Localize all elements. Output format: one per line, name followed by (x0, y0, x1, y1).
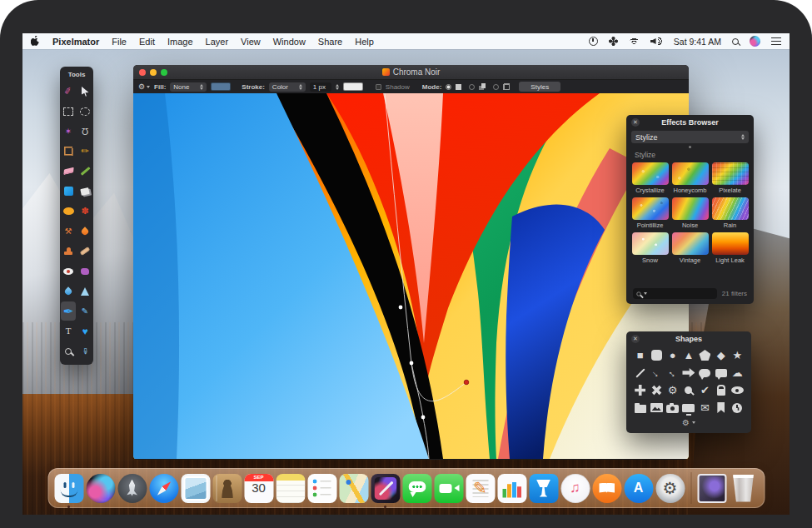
picture-shape[interactable] (648, 400, 664, 416)
volume-icon[interactable] (650, 37, 663, 46)
effect-item[interactable]: Crystallize (632, 162, 669, 194)
menu-item[interactable]: Share (318, 37, 342, 47)
effect-thumbnail[interactable] (672, 232, 709, 255)
menu-item[interactable]: Edit (139, 37, 155, 47)
stroke-width-stepper[interactable] (336, 84, 339, 90)
pentagon-shape[interactable] (697, 347, 713, 363)
bookmark-shape[interactable] (713, 400, 729, 416)
menu-item[interactable]: Help (355, 37, 374, 47)
effect-item[interactable]: Rain (712, 197, 749, 229)
appstore-app[interactable]: A (624, 474, 653, 503)
magic-wand-tool[interactable]: ✶ (60, 122, 77, 141)
trash[interactable] (729, 474, 758, 503)
effect-item[interactable]: Light Leak (712, 232, 749, 264)
circle-shape[interactable]: ● (665, 347, 680, 363)
effect-thumbnail[interactable] (712, 162, 749, 185)
lock-shape[interactable] (713, 382, 729, 398)
envelope-shape[interactable]: ✉ (697, 400, 713, 416)
cross-shape[interactable] (648, 382, 664, 398)
effect-item[interactable]: Noise (672, 197, 709, 229)
canvas-area[interactable] (133, 93, 689, 459)
maps-app[interactable] (339, 474, 368, 503)
square-shape[interactable]: ■ (632, 347, 648, 363)
gear-icon[interactable]: ⚙ (682, 418, 690, 427)
spotlight-search-icon[interactable] (732, 38, 739, 45)
zoom-tool[interactable] (60, 341, 77, 361)
notes-app[interactable] (276, 474, 305, 503)
mode-radio-fill[interactable] (446, 84, 451, 90)
swatches-tool[interactable] (77, 182, 93, 201)
launchpad-app[interactable] (117, 474, 147, 503)
diamond-shape[interactable]: ◆ (713, 347, 729, 363)
effect-thumbnail[interactable] (632, 232, 669, 255)
pencil-tool[interactable]: ✏ (77, 142, 93, 161)
effect-thumbnail[interactable] (672, 197, 709, 220)
system-preferences-app[interactable]: ⚙ (655, 474, 685, 503)
reminders-app[interactable] (307, 474, 336, 503)
panel-disclosure-dot[interactable] (689, 146, 691, 148)
effect-thumbnail[interactable] (632, 162, 669, 185)
eyedropper-tool[interactable]: ✑ (77, 341, 93, 361)
effect-item[interactable]: Vintage (672, 232, 709, 264)
keynote-app[interactable] (529, 474, 558, 503)
folder-shape[interactable] (632, 400, 648, 416)
menu-item[interactable]: Window (273, 37, 306, 47)
freeform-pen-tool[interactable]: ✎ (77, 301, 93, 321)
window-titlebar[interactable]: Chroma Noir (133, 65, 689, 80)
clone-stamp-tool[interactable] (60, 242, 77, 261)
red-eye-tool[interactable] (60, 262, 77, 281)
menu-item[interactable]: Layer (206, 37, 229, 47)
siri-icon[interactable] (750, 36, 760, 47)
square-speech-bubble-shape[interactable] (713, 365, 729, 381)
active-app-menu[interactable]: Pixelmator (52, 37, 99, 47)
fill-dropdown[interactable]: None (170, 82, 207, 92)
paint-brush-tool[interactable]: ✽ (77, 202, 93, 221)
siri-app[interactable] (86, 474, 115, 503)
checkmark-shape[interactable]: ✔ (697, 382, 713, 398)
round-speech-bubble-shape[interactable] (697, 365, 713, 381)
calendar-app[interactable]: SEP 30 (244, 474, 273, 503)
shadow-checkbox[interactable] (376, 84, 381, 90)
pixelmator-app[interactable] (371, 474, 400, 503)
eraser-tool[interactable] (60, 162, 77, 181)
mode-radio-stack[interactable] (469, 84, 475, 90)
effect-thumbnail[interactable] (712, 232, 749, 255)
eye-shape[interactable] (730, 382, 745, 398)
contacts-app[interactable] (212, 474, 242, 503)
line-tool[interactable] (77, 162, 93, 181)
styles-button[interactable]: Styles (519, 82, 560, 92)
paint-bucket-tool[interactable] (60, 182, 77, 201)
effect-item[interactable]: Pointillize (632, 197, 669, 229)
custom-shape-tool[interactable]: ♥ (77, 321, 93, 341)
effect-thumbnail[interactable] (672, 162, 709, 185)
clock-shape[interactable] (730, 400, 745, 416)
type-tool[interactable]: T (60, 321, 77, 341)
stroke-dropdown[interactable]: Color (269, 82, 306, 92)
effect-thumbnail[interactable] (632, 197, 669, 220)
effects-category-dropdown[interactable]: Stylize (631, 131, 749, 143)
stack-item[interactable] (697, 474, 726, 503)
mail-app[interactable] (181, 474, 210, 503)
triangle-shape[interactable]: ▲ (680, 347, 696, 363)
plus-shape[interactable] (632, 382, 648, 398)
books-app[interactable] (592, 474, 621, 503)
time-machine-icon[interactable] (589, 37, 598, 46)
mode-radio-outline[interactable] (493, 84, 499, 90)
gear-icon[interactable]: ⚙ (138, 82, 150, 91)
smudge-tool[interactable] (77, 222, 93, 241)
double-arrow-line-shape[interactable]: ↔ (665, 365, 680, 381)
apple-menu-icon[interactable] (31, 36, 40, 47)
notification-center-icon[interactable] (771, 37, 781, 45)
blur-tool[interactable] (60, 281, 77, 301)
menu-item[interactable]: File (112, 37, 127, 47)
effect-item[interactable]: Pixelate (712, 162, 749, 194)
effect-item[interactable]: Snow (632, 232, 669, 264)
fill-color-swatch[interactable] (211, 82, 231, 91)
display-shape[interactable] (680, 400, 696, 416)
crop-tool[interactable] (60, 142, 77, 161)
numbers-app[interactable] (497, 474, 526, 503)
wifi-icon[interactable] (629, 37, 640, 46)
stroke-color-swatch[interactable] (343, 82, 363, 91)
gear-shape[interactable]: ⚙ (665, 382, 680, 398)
sharpen-tool[interactable] (77, 281, 93, 301)
